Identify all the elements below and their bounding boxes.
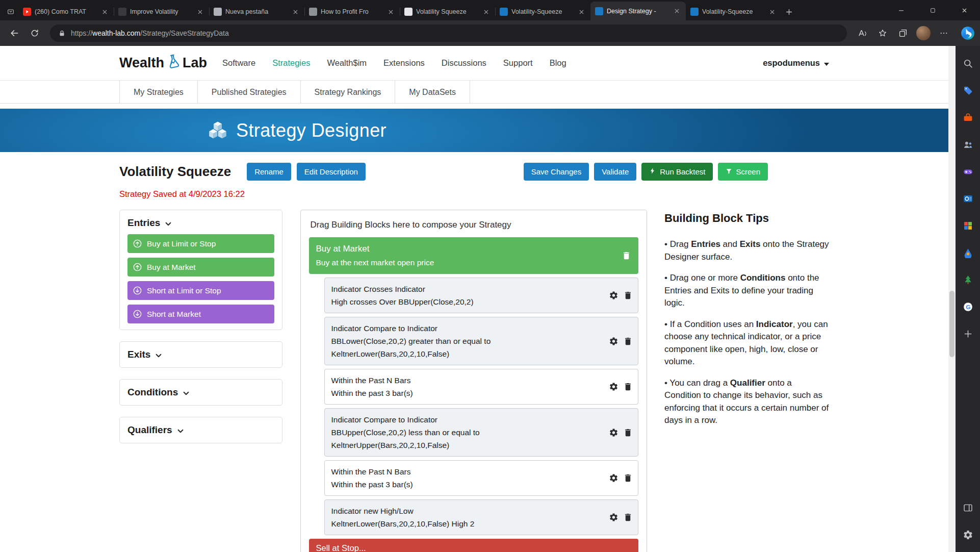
tree-icon[interactable]: [958, 269, 978, 290]
block-line: Buy at the next market open price: [316, 257, 615, 268]
scrollbar-thumb[interactable]: [949, 291, 955, 357]
panel-header-exits[interactable]: Exits: [127, 348, 274, 361]
nav-blog[interactable]: Blog: [550, 58, 566, 68]
rename-button[interactable]: Rename: [247, 163, 291, 181]
run-backtest-button[interactable]: Run Backtest: [641, 163, 713, 181]
strategy-block-exit-sell-at-stop[interactable]: Sell at Stop...: [309, 539, 638, 552]
gear-icon[interactable]: [609, 336, 618, 346]
block-short-at-market[interactable]: Short at Market: [127, 305, 274, 323]
apps-icon[interactable]: [958, 215, 978, 236]
settings-icon[interactable]: [958, 524, 978, 545]
strategy-block-condition-indicator-new-high-low[interactable]: Indicator new High/LowKeltnerLower(Bars,…: [324, 499, 638, 535]
nav-extensions[interactable]: Extensions: [383, 58, 425, 68]
subnav-strategy-rankings[interactable]: Strategy Rankings: [301, 81, 396, 104]
strategy-block-entry-buy-at-market[interactable]: Buy at MarketBuy at the next market open…: [309, 237, 638, 274]
browser-tab[interactable]: Volatility-Squeeze: [686, 3, 781, 20]
strategy-canvas[interactable]: Drag Building Blocks here to compose you…: [300, 210, 647, 552]
strategy-block-condition-indicator-compare-to-indicator[interactable]: Indicator Compare to IndicatorBBLower(Cl…: [324, 317, 638, 365]
user-menu[interactable]: espodumenus: [763, 58, 829, 68]
subnav-my-datasets[interactable]: My DataSets: [395, 81, 470, 104]
tab-close-icon[interactable]: [767, 7, 777, 16]
tab-close-icon[interactable]: [672, 7, 681, 16]
svg-text:G: G: [966, 303, 970, 310]
nav-strategies[interactable]: Strategies: [272, 58, 310, 68]
trash-icon[interactable]: [623, 291, 633, 300]
sidebar-panel-icon[interactable]: [958, 497, 978, 518]
google-icon[interactable]: G: [958, 296, 978, 317]
edit-description-button[interactable]: Edit Description: [297, 163, 366, 181]
more-menu-icon[interactable]: [935, 24, 953, 42]
trash-icon[interactable]: [622, 251, 631, 261]
block-buy-at-market[interactable]: Buy at Market: [127, 258, 274, 277]
save-changes-button[interactable]: Save Changes: [524, 163, 589, 181]
tab-close-icon[interactable]: [291, 7, 300, 16]
browser-tab[interactable]: Volatility-Squeeze: [495, 3, 590, 20]
panel-header-qualifiers[interactable]: Qualifiers: [127, 423, 274, 437]
gear-icon[interactable]: [609, 513, 618, 522]
strategy-block-condition-indicator-crosses-indicator[interactable]: Indicator Crosses IndicatorHigh crosses …: [324, 278, 638, 313]
tab-close-icon[interactable]: [195, 7, 204, 16]
browser-tab[interactable]: (260) Como TRAT: [18, 3, 114, 20]
people-icon[interactable]: [958, 134, 978, 155]
trash-icon[interactable]: [623, 382, 633, 392]
page-scrollbar[interactable]: [948, 46, 956, 552]
gear-icon[interactable]: [609, 473, 618, 483]
nav-discussions[interactable]: Discussions: [442, 58, 486, 68]
back-button[interactable]: [5, 24, 23, 42]
gear-icon[interactable]: [609, 291, 618, 300]
subnav-my-strategies[interactable]: My Strategies: [119, 81, 198, 104]
chevron-down-icon: [177, 428, 184, 435]
maximize-button[interactable]: [917, 0, 948, 20]
read-aloud-icon[interactable]: [853, 24, 871, 42]
profile-avatar[interactable]: [916, 26, 931, 40]
shopping-icon[interactable]: [958, 80, 978, 101]
games-icon[interactable]: [958, 161, 978, 182]
screen-button[interactable]: Screen: [718, 163, 768, 181]
collections-icon[interactable]: [894, 24, 912, 42]
strategy-block-qualifier-within-the-past-n-bars[interactable]: Within the Past N BarsWithin the past 3 …: [324, 369, 638, 405]
panel-header-conditions[interactable]: Conditions: [127, 386, 274, 399]
subnav-published-strategies[interactable]: Published Strategies: [198, 81, 301, 104]
trash-icon[interactable]: [623, 428, 633, 437]
block-title: Within the Past N Bars: [331, 465, 594, 478]
browser-tab[interactable]: Volatility Squeeze: [400, 3, 495, 20]
strategy-block-condition-indicator-compare-to-indicator[interactable]: Indicator Compare to IndicatorBBUpper(Cl…: [324, 408, 638, 457]
microsoft-365-icon[interactable]: [958, 107, 978, 128]
nav-software[interactable]: Software: [222, 58, 255, 68]
new-tab-button[interactable]: [781, 3, 796, 20]
trash-icon[interactable]: [623, 473, 633, 483]
tab-actions-icon[interactable]: [3, 3, 18, 20]
tab-close-icon[interactable]: [481, 7, 491, 16]
refresh-button[interactable]: [25, 24, 44, 42]
validate-button[interactable]: Validate: [594, 163, 636, 181]
nav-support[interactable]: Support: [503, 58, 533, 68]
gear-icon[interactable]: [609, 382, 618, 392]
block-short-at-limit-or-stop[interactable]: Short at Limit or Stop: [127, 281, 274, 300]
gear-icon[interactable]: [609, 428, 618, 437]
nav-wealth-im[interactable]: Wealth$im: [327, 58, 367, 68]
minimize-button[interactable]: [885, 0, 917, 20]
tab-close-icon[interactable]: [100, 7, 109, 16]
trash-icon[interactable]: [623, 513, 633, 522]
favorites-icon[interactable]: [873, 24, 892, 42]
browser-tab[interactable]: Nueva pestaña: [209, 3, 304, 20]
block-title: Buy at Market: [316, 243, 615, 255]
address-bar[interactable]: https://wealth-lab.com/Strategy/SaveStra…: [50, 24, 847, 42]
tab-close-icon[interactable]: [577, 7, 586, 16]
browser-tab[interactable]: Design Strategy -: [590, 2, 686, 20]
wealthlab-logo[interactable]: Wealth Lab: [119, 54, 207, 72]
bing-icon[interactable]: [960, 26, 975, 41]
search-icon[interactable]: [958, 53, 978, 73]
block-buy-at-limit-or-stop[interactable]: Buy at Limit or Stop: [127, 234, 274, 253]
tab-title: Volatility-Squeeze: [511, 8, 573, 15]
trash-icon[interactable]: [623, 336, 633, 346]
add-icon[interactable]: [958, 323, 978, 344]
browser-tab[interactable]: Improve Volatility: [114, 3, 209, 20]
outlook-icon[interactable]: [958, 188, 978, 209]
tab-close-icon[interactable]: [386, 7, 395, 16]
close-button[interactable]: [948, 0, 980, 20]
strategy-block-qualifier-within-the-past-n-bars[interactable]: Within the Past N BarsWithin the past 3 …: [324, 460, 638, 496]
copilot-icon[interactable]: [958, 242, 978, 263]
browser-tab[interactable]: How to Profit Fro: [304, 3, 400, 20]
panel-header-entries[interactable]: Entries: [127, 216, 274, 230]
